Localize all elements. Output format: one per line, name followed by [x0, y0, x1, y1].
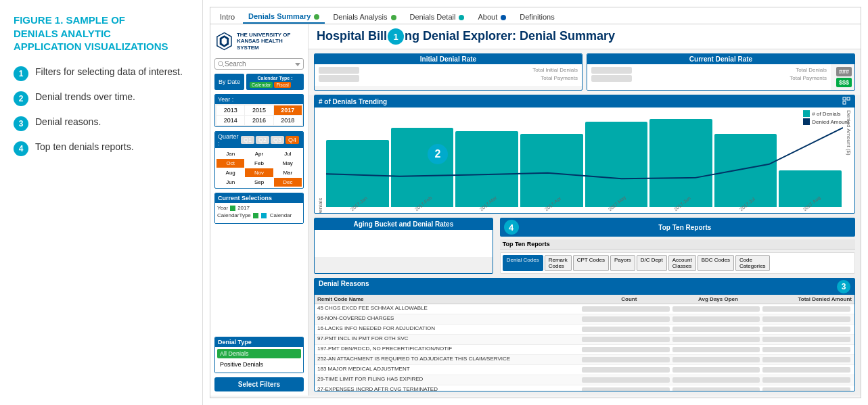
current-rate-row1: Total Denials	[591, 67, 827, 74]
q2-option[interactable]: Q2	[256, 136, 269, 144]
chart-section: # of Denials Trending # of Denials 2017-…	[314, 95, 855, 214]
dr-cell-name: 183 MAJOR MEDICAL ADJUSTMENT	[317, 366, 580, 374]
q3-option[interactable]: Q3	[271, 136, 284, 144]
quarter-header: Quarter : Q1 Q2 Q3 Q4	[215, 132, 303, 148]
month-oct[interactable]: Oct	[216, 159, 244, 168]
svg-rect-7	[847, 97, 850, 100]
cal-calendar-option[interactable]: Calendar	[250, 82, 273, 88]
item-text-3: Denial reasons.	[35, 116, 189, 129]
table-row: 29-TIME LIMIT FOR FILING HAS EXPIRED	[315, 375, 854, 385]
nav-tabs: Intro Denials Summary Denials Analysis D…	[210, 7, 861, 24]
year-2017[interactable]: 2017	[274, 105, 302, 115]
circle-2: 2	[14, 91, 28, 106]
by-date-button[interactable]: By Date	[214, 74, 244, 90]
tab-code-categories[interactable]: CodeCategories	[735, 255, 770, 271]
tab-definitions[interactable]: Definitions	[514, 11, 559, 23]
year-header: Year :	[215, 95, 303, 104]
tab-bdc-codes[interactable]: BDC Codes	[698, 255, 734, 271]
figure-title: FIGURE 1. SAMPLE OFDENIALS ANALYTICAPPLI…	[14, 14, 189, 53]
dr-cell-count	[582, 387, 670, 391]
year-2015[interactable]: 2015	[245, 105, 273, 115]
rrr-button[interactable]: ###	[836, 67, 852, 76]
chart-title: # of Denials Trending	[319, 98, 387, 105]
month-apr[interactable]: Apr	[245, 149, 273, 158]
dr-cell-avg	[672, 347, 760, 352]
chart-controls	[842, 97, 850, 106]
sidebar: THE UNIVERSITY OF KANSAS HEALTH SYSTEM B…	[210, 24, 309, 396]
search-input[interactable]	[225, 60, 282, 68]
current-rate-value2	[591, 75, 632, 82]
dot-blue	[501, 15, 506, 20]
tab-denials-detail[interactable]: Denials Detail	[405, 11, 470, 23]
initial-rate-header: Initial Denial Rate	[315, 54, 582, 64]
chart-yaxis-left: # of Denials	[317, 110, 323, 214]
current-selections: Current Selections Year 2017 CalendarTyp…	[214, 193, 304, 224]
sidebar-spacer	[214, 228, 304, 333]
month-nov[interactable]: Nov	[245, 168, 273, 177]
initial-rate-row1: Total Initial Denials	[319, 67, 578, 74]
dr-cell-total	[762, 306, 850, 312]
year-2016[interactable]: 2016	[245, 116, 273, 125]
month-sep[interactable]: Sep	[245, 178, 273, 187]
initial-denial-rate-box: Initial Denial Rate Total Initial Denial…	[314, 53, 583, 91]
table-row: 97-PMT INCL IN PMT FOR OTH SVC	[315, 335, 854, 345]
month-jul[interactable]: Jul	[274, 149, 302, 158]
list-item-3: 3 Denial reasons.	[14, 116, 189, 131]
dr-cell-avg	[672, 377, 760, 383]
current-rate-flex: Total Denials Total Payments ### $$$	[587, 64, 854, 90]
top-ten-section-label: Top Ten Reports	[500, 239, 855, 249]
tab-denials-summary[interactable]: Denials Summary	[243, 10, 325, 24]
tab-account-classes[interactable]: AccountClasses	[668, 255, 696, 271]
month-may[interactable]: May	[274, 159, 302, 168]
year-2014[interactable]: 2014	[216, 116, 244, 125]
dropdown-icon	[295, 62, 300, 67]
year-2013[interactable]: 2013	[216, 105, 244, 115]
tab-denials-analysis[interactable]: Denials Analysis	[327, 11, 401, 23]
table-row: 197-PMT DEN/RDCD, NO PRECERTIFICATION/NO…	[315, 345, 854, 355]
month-feb[interactable]: Feb	[245, 159, 273, 168]
bar-3	[520, 134, 583, 207]
bar-group-4: 2017-May	[585, 110, 648, 213]
tab-remark-codes[interactable]: RemarkCodes	[545, 255, 572, 271]
dr-cell-avg	[672, 306, 760, 312]
denial-reasons: Denial Reasons 3 Remit Code Name Count A…	[314, 278, 855, 391]
svg-rect-8	[843, 101, 846, 104]
tab-payors[interactable]: Payors	[610, 255, 635, 271]
tab-dc-dept[interactable]: D/C Dept	[637, 255, 667, 271]
month-mar[interactable]: Mar	[274, 168, 302, 177]
q4-option[interactable]: Q4	[285, 136, 299, 144]
cs-cal-icon2	[261, 213, 267, 218]
all-denials-option[interactable]: All Denials	[217, 349, 301, 358]
tab-about[interactable]: About	[472, 11, 511, 23]
initial-rate-body: Total Initial Denials Total Payments	[315, 64, 582, 86]
top-ten-section: 4 Top Ten Reports Top Ten Reports Denial…	[500, 218, 855, 274]
current-rate-header: Current Denial Rate	[587, 54, 854, 64]
tab-intro[interactable]: Intro	[214, 11, 240, 23]
dr-cell-name: 197-PMT DEN/RDCD, NO PRECERTIFICATION/NO…	[317, 346, 580, 354]
dr-cell-total	[762, 327, 850, 332]
month-jun[interactable]: Jun	[216, 178, 244, 187]
q1-option[interactable]: Q1	[241, 136, 254, 144]
positive-denials-option[interactable]: Positive Denials	[217, 360, 301, 369]
year-2018[interactable]: 2018	[274, 116, 302, 125]
month-aug[interactable]: Aug	[216, 168, 244, 177]
sss-button[interactable]: $$$	[836, 78, 852, 87]
select-filters-button[interactable]: Select Filters	[214, 377, 304, 391]
tab-denial-codes[interactable]: Denial Codes	[503, 255, 543, 271]
cs-year-icon	[230, 206, 235, 211]
tab-cpt-codes[interactable]: CPT Codes	[573, 255, 609, 271]
month-jan[interactable]: Jan	[216, 149, 244, 158]
dr-cell-avg	[672, 316, 760, 322]
table-row: 183 MAJOR MEDICAL ADJUSTMENT	[315, 365, 854, 375]
chart-expand-icon[interactable]	[842, 97, 850, 105]
month-dec[interactable]: Dec	[274, 178, 302, 187]
svg-marker-5	[295, 63, 300, 66]
cs-header: Current Selections	[215, 193, 303, 203]
cal-fiscal-option[interactable]: Fiscal	[274, 82, 290, 88]
year-grid: 2013 2015 2017 2014 2016 2018	[215, 104, 303, 126]
bar-4	[585, 122, 648, 207]
search-bar[interactable]	[214, 58, 304, 70]
left-panel: FIGURE 1. SAMPLE OFDENIALS ANALYTICAPPLI…	[0, 0, 203, 405]
current-denial-rate-box: Current Denial Rate Total Denials Total …	[587, 53, 855, 91]
main-content: THE UNIVERSITY OF KANSAS HEALTH SYSTEM B…	[210, 24, 861, 396]
